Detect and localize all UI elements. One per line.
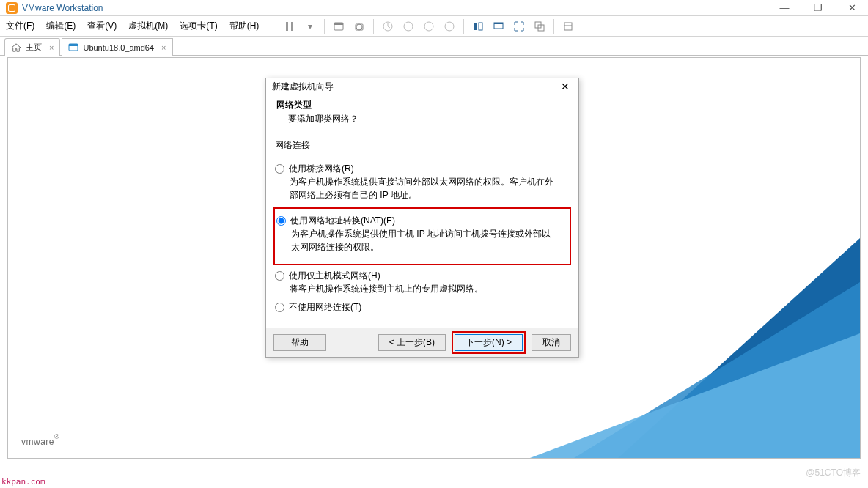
separator <box>463 19 464 34</box>
radio-nat[interactable]: 使用网络地址转换(NAT)(E) <box>276 215 568 227</box>
splitview-icon[interactable] <box>471 20 485 33</box>
radio-nat-input[interactable] <box>276 216 286 226</box>
svg-point-9 <box>445 22 454 31</box>
radio-bridged-input[interactable] <box>275 164 284 174</box>
svg-rect-19 <box>69 44 78 46</box>
clock-icon[interactable] <box>381 20 394 33</box>
dropdown-icon[interactable]: ▾ <box>304 20 317 33</box>
menu-edit[interactable]: 编辑(E) <box>46 20 76 32</box>
radio-nat-desc: 为客户机操作系统提供使用主机 IP 地址访问主机拨号连接或外部以太网网络连接的权… <box>276 227 555 254</box>
home-icon <box>11 43 21 52</box>
toolbar: ▾ <box>283 19 575 34</box>
menu-vm[interactable]: 虚拟机(M) <box>128 20 168 32</box>
separator <box>373 19 374 34</box>
fullscreen-icon[interactable] <box>512 20 526 33</box>
clock2-icon[interactable] <box>402 20 415 33</box>
menu-tabs[interactable]: 选项卡(T) <box>180 20 217 32</box>
menu-view[interactable]: 查看(V) <box>87 20 117 32</box>
back-button[interactable]: < 上一步(B) <box>378 334 446 351</box>
app-title: VMware Workstation <box>22 3 103 13</box>
title-bar: VMware Workstation — ❐ ✕ <box>0 0 868 16</box>
svg-rect-16 <box>564 23 572 30</box>
svg-rect-13 <box>494 23 503 24</box>
close-button[interactable]: ✕ <box>842 2 862 13</box>
tabs-bar: 主页 × Ubuntu18.0_amd64 × <box>0 37 868 56</box>
radio-none-input[interactable] <box>275 303 284 312</box>
radio-hostonly-label: 使用仅主机模式网络(H) <box>289 270 380 282</box>
wizard-header: 网络类型 要添加哪类网络？ <box>266 95 578 133</box>
clock3-icon[interactable] <box>422 20 435 33</box>
help-button[interactable]: 帮助 <box>273 334 326 351</box>
library-icon[interactable] <box>562 20 575 33</box>
svg-rect-3 <box>334 23 343 25</box>
radio-none-label: 不使用网络连接(T) <box>289 301 361 314</box>
svg-rect-1 <box>291 22 293 31</box>
menu-file[interactable]: 文件(F) <box>6 20 34 32</box>
tab-ubuntu[interactable]: Ubuntu18.0_amd64 × <box>62 38 172 56</box>
tab-home[interactable]: 主页 × <box>4 38 60 56</box>
radio-hostonly-desc: 将客户机操作系统连接到主机上的专用虚拟网络。 <box>275 282 553 295</box>
radio-hostonly-input[interactable] <box>275 271 284 281</box>
nat-highlight: 使用网络地址转换(NAT)(E) 为客户机操作系统提供使用主机 IP 地址访问主… <box>273 207 571 265</box>
svg-rect-11 <box>479 23 482 30</box>
footer-url: kkpan.com <box>1 477 45 487</box>
svg-point-4 <box>356 24 362 30</box>
wizard-section-subtitle: 要添加哪类网络？ <box>276 113 568 125</box>
svg-point-8 <box>424 22 433 31</box>
maximize-button[interactable]: ❐ <box>808 2 828 13</box>
network-options-group: 使用桥接网络(R) 为客户机操作系统提供直接访问外部以太网网络的权限。客户机在外… <box>275 155 570 314</box>
tab-home-label: 主页 <box>26 42 42 53</box>
wizard-close-button[interactable]: ✕ <box>558 81 573 92</box>
next-button-highlight: 下一步(N) > <box>452 331 526 354</box>
svg-marker-20 <box>618 238 860 458</box>
monitor-icon[interactable] <box>492 20 505 33</box>
unity-icon[interactable] <box>533 20 546 33</box>
radio-nat-label: 使用网络地址转换(NAT)(E) <box>290 215 395 227</box>
wizard-section-title: 网络类型 <box>276 99 568 111</box>
vm-icon <box>68 42 78 53</box>
tab-home-close-icon[interactable]: × <box>49 43 54 52</box>
wizard-title-bar: 新建虚拟机向导 ✕ <box>266 78 578 95</box>
wizard-title: 新建虚拟机向导 <box>272 81 334 93</box>
minimize-button[interactable]: — <box>774 2 795 13</box>
radio-hostonly[interactable]: 使用仅主机模式网络(H) <box>275 270 570 282</box>
svg-marker-21 <box>574 282 860 458</box>
separator <box>553 19 554 34</box>
svg-rect-10 <box>474 23 477 30</box>
radio-bridged-label: 使用桥接网络(R) <box>289 163 354 175</box>
menu-bar: 文件(F) 编辑(E) 查看(V) 虚拟机(M) 选项卡(T) 帮助(H) ▾ <box>0 16 868 37</box>
radio-bridged-desc: 为客户机操作系统提供直接访问外部以太网网络的权限。客户机在外部网络上必须有自己的… <box>275 175 553 202</box>
decorative-triangle <box>530 238 860 458</box>
cancel-button[interactable]: 取消 <box>532 334 571 351</box>
vmware-brand: vmware® <box>21 430 59 449</box>
separator <box>271 19 271 34</box>
watermark: @51CTO博客 <box>806 467 861 479</box>
separator <box>324 19 325 34</box>
svg-rect-0 <box>286 22 288 31</box>
wizard-footer: 帮助 < 上一步(B) 下一步(N) > 取消 <box>266 328 578 357</box>
menu-help[interactable]: 帮助(H) <box>229 20 260 32</box>
new-vm-wizard-dialog: 新建虚拟机向导 ✕ 网络类型 要添加哪类网络？ 网络连接 使用桥接网络(R) 为… <box>265 78 579 358</box>
wizard-body: 网络连接 使用桥接网络(R) 为客户机操作系统提供直接访问外部以太网网络的权限。… <box>266 133 578 319</box>
group-label-network: 网络连接 <box>275 139 570 152</box>
svg-point-7 <box>404 22 413 31</box>
pause-icon[interactable] <box>283 20 296 33</box>
clock4-icon[interactable] <box>443 20 456 33</box>
tab-ubuntu-close-icon[interactable]: × <box>161 43 166 52</box>
tab-ubuntu-label: Ubuntu18.0_amd64 <box>83 43 154 52</box>
next-button[interactable]: 下一步(N) > <box>455 334 523 351</box>
send-ctrl-alt-del-icon[interactable] <box>332 20 345 33</box>
window-controls: — ❐ ✕ <box>774 2 862 13</box>
snapshot-icon[interactable] <box>353 20 366 33</box>
radio-none[interactable]: 不使用网络连接(T) <box>275 301 570 314</box>
app-logo-icon <box>6 2 18 14</box>
radio-bridged[interactable]: 使用桥接网络(R) <box>275 163 570 175</box>
svg-marker-22 <box>530 333 860 458</box>
